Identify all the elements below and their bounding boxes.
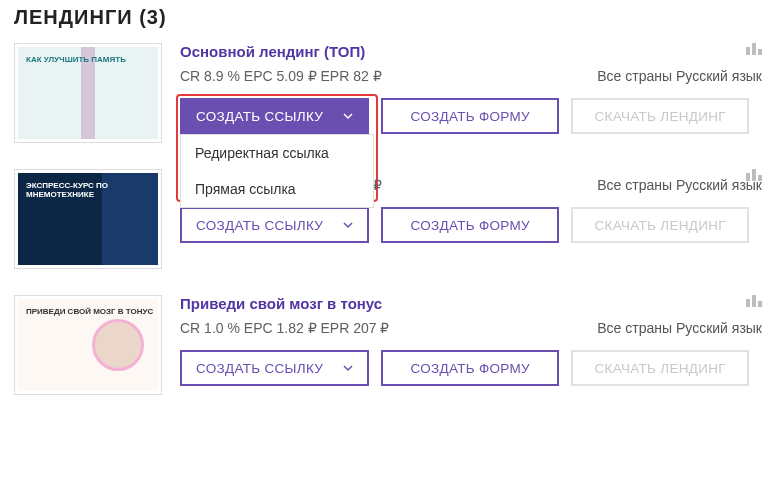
button-label: СОЗДАТЬ ССЫЛКУ bbox=[196, 218, 323, 233]
chevron-down-icon bbox=[343, 109, 353, 124]
download-landing-button: СКАЧАТЬ ЛЕНДИНГ bbox=[571, 207, 749, 243]
dropdown-option-redirect[interactable]: Редиректная ссылка bbox=[181, 135, 373, 171]
landing-item: ПРИВЕДИ СВОЙ МОЗГ В ТОНУС Приведи свой м… bbox=[14, 295, 762, 395]
download-landing-button: СКАЧАТЬ ЛЕНДИНГ bbox=[571, 98, 749, 134]
create-link-dropdown: Редиректная ссылка Прямая ссылка bbox=[180, 134, 374, 208]
thumb-label: ЭКСПРЕСС-КУРС ПО МНЕМОТЕХНИКЕ bbox=[18, 173, 158, 199]
create-form-button[interactable]: СОЗДАТЬ ФОРМУ bbox=[381, 98, 559, 134]
create-link-button[interactable]: СОЗДАТЬ ССЫЛКУ bbox=[180, 98, 369, 134]
landing-stats: CR 8.9 % EPC 5.09 ₽ EPR 82 ₽ bbox=[180, 68, 382, 84]
thumb-label: КАК УЛУЧШИТЬ ПАМЯТЬ bbox=[18, 47, 158, 64]
landing-meta: Все страны Русский язык bbox=[597, 68, 762, 84]
landing-thumbnail[interactable]: ЭКСПРЕСС-КУРС ПО МНЕМОТЕХНИКЕ bbox=[14, 169, 162, 269]
stats-chart-icon[interactable] bbox=[746, 295, 762, 307]
button-label: СОЗДАТЬ ССЫЛКУ bbox=[196, 361, 323, 376]
button-label: СКАЧАТЬ ЛЕНДИНГ bbox=[594, 361, 725, 376]
stats-chart-icon[interactable] bbox=[746, 43, 762, 55]
landing-meta: Все страны Русский язык bbox=[597, 177, 762, 193]
dropdown-option-direct[interactable]: Прямая ссылка bbox=[181, 171, 373, 207]
stats-chart-icon[interactable] bbox=[746, 169, 762, 181]
button-label: СОЗДАТЬ ФОРМУ bbox=[410, 109, 529, 124]
chevron-down-icon bbox=[343, 361, 353, 376]
button-label: СОЗДАТЬ ФОРМУ bbox=[410, 218, 529, 233]
page-heading: ЛЕНДИНГИ (3) bbox=[14, 6, 762, 29]
landing-title[interactable]: Основной лендинг (ТОП) bbox=[180, 43, 365, 60]
landing-stats: CR 1.0 % EPC 1.82 ₽ EPR 207 ₽ bbox=[180, 320, 389, 336]
button-label: СОЗДАТЬ ФОРМУ bbox=[410, 361, 529, 376]
landing-thumbnail[interactable]: ПРИВЕДИ СВОЙ МОЗГ В ТОНУС bbox=[14, 295, 162, 395]
chevron-down-icon bbox=[343, 218, 353, 233]
landing-title[interactable]: Приведи свой мозг в тонус bbox=[180, 295, 382, 312]
create-form-button[interactable]: СОЗДАТЬ ФОРМУ bbox=[381, 350, 559, 386]
button-label: СКАЧАТЬ ЛЕНДИНГ bbox=[594, 218, 725, 233]
create-form-button[interactable]: СОЗДАТЬ ФОРМУ bbox=[381, 207, 559, 243]
button-label: СКАЧАТЬ ЛЕНДИНГ bbox=[594, 109, 725, 124]
landing-meta: Все страны Русский язык bbox=[597, 320, 762, 336]
thumb-label: ПРИВЕДИ СВОЙ МОЗГ В ТОНУС bbox=[18, 299, 158, 316]
landing-item: ЭКСПРЕСС-КУРС ПО МНЕМОТЕХНИКЕ CR 7.1 % E… bbox=[14, 169, 762, 269]
button-label: СОЗДАТЬ ССЫЛКУ bbox=[196, 109, 323, 124]
download-landing-button: СКАЧАТЬ ЛЕНДИНГ bbox=[571, 350, 749, 386]
landing-item: КАК УЛУЧШИТЬ ПАМЯТЬ Основной лендинг (ТО… bbox=[14, 43, 762, 143]
create-link-button[interactable]: СОЗДАТЬ ССЫЛКУ bbox=[180, 350, 369, 386]
landing-thumbnail[interactable]: КАК УЛУЧШИТЬ ПАМЯТЬ bbox=[14, 43, 162, 143]
create-link-button[interactable]: СОЗДАТЬ ССЫЛКУ bbox=[180, 207, 369, 243]
